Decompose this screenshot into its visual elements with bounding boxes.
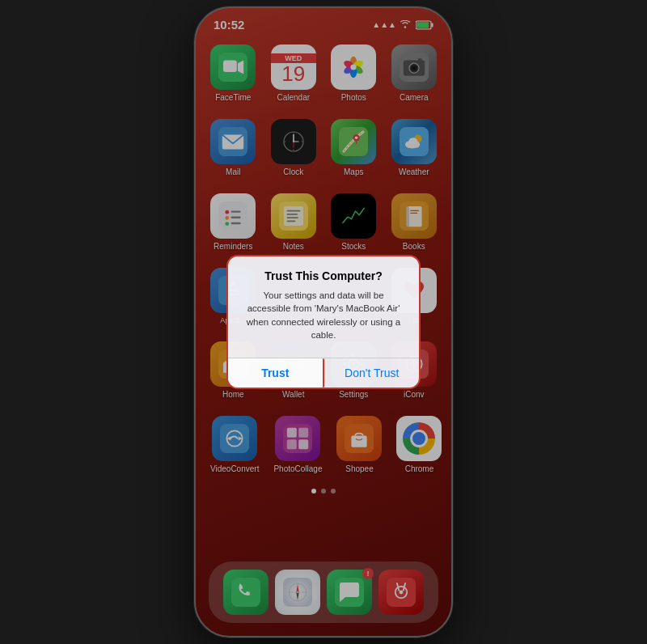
dialog-buttons: Trust Don't Trust [228, 358, 419, 388]
dialog-title: Trust This Computer? [243, 269, 404, 282]
dialog-overlay: Trust This Computer? Your settings and d… [196, 8, 451, 636]
dialog-message: Your settings and data will be accessibl… [243, 289, 404, 341]
dont-trust-button[interactable]: Don't Trust [324, 358, 420, 388]
dialog-content: Trust This Computer? Your settings and d… [228, 256, 419, 347]
trust-button[interactable]: Trust [228, 358, 324, 388]
trust-dialog: Trust This Computer? Your settings and d… [226, 255, 421, 388]
phone-frame: 10:52 ▲▲▲ [194, 6, 453, 638]
